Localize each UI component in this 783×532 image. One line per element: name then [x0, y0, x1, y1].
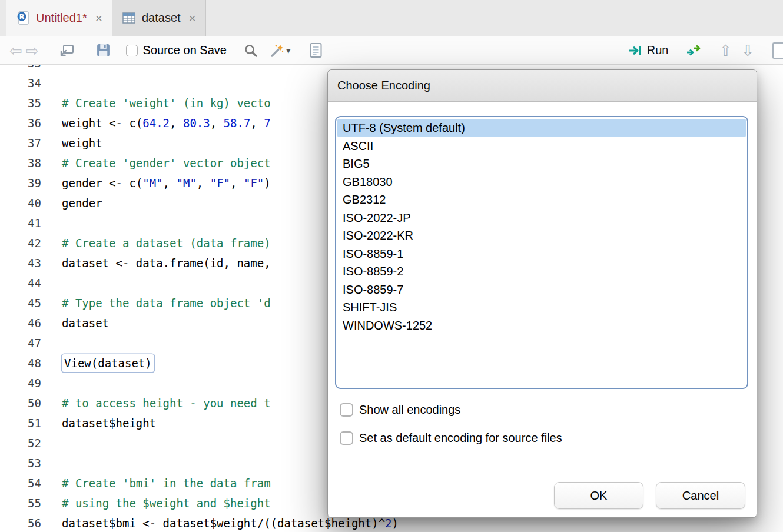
code-text	[41, 73, 62, 93]
encoding-option[interactable]: WINDOWS-1252	[337, 317, 746, 335]
line-number[interactable]: 42	[0, 233, 41, 253]
svg-text:R: R	[19, 13, 24, 21]
line-number[interactable]: 54	[0, 473, 41, 493]
code-text	[41, 333, 62, 353]
line-number[interactable]: 52	[0, 433, 41, 453]
encoding-option[interactable]: ASCII	[337, 137, 746, 155]
code-text	[41, 453, 62, 473]
line-number[interactable]: 44	[0, 273, 41, 293]
tab-label: dataset	[142, 11, 181, 25]
line-number[interactable]: 49	[0, 373, 41, 393]
line-number[interactable]: 33	[0, 65, 41, 73]
encoding-option[interactable]: ISO-8859-7	[337, 281, 746, 299]
line-number[interactable]: 55	[0, 493, 41, 513]
code-text	[41, 273, 62, 293]
code-text: # Create a dataset (data frame)	[41, 233, 271, 253]
dialog-button-row: OK Cancel	[554, 482, 745, 509]
line-number[interactable]: 34	[0, 73, 41, 93]
back-icon[interactable]: ⇦	[9, 43, 22, 58]
line-number[interactable]: 46	[0, 313, 41, 333]
encoding-option[interactable]: ISO-8859-2	[337, 262, 746, 281]
chevron-down-icon[interactable]: ▾	[286, 45, 291, 56]
encoding-list[interactable]: UTF-8 (System default)ASCIIBIG5GB18030GB…	[335, 116, 748, 389]
show-in-new-window-icon[interactable]	[59, 44, 75, 58]
cancel-button[interactable]: Cancel	[656, 482, 745, 509]
line-number[interactable]: 39	[0, 173, 41, 193]
code-text: weight	[41, 133, 102, 153]
line-number[interactable]: 53	[0, 453, 41, 473]
encoding-option[interactable]: BIG5	[337, 155, 746, 173]
set-default-encoding-row[interactable]: Set as default encoding for source files	[340, 431, 562, 445]
source-on-save-control[interactable]: Source on Save	[126, 44, 227, 57]
ok-button[interactable]: OK	[554, 482, 643, 509]
show-all-encodings-row[interactable]: Show all encodings	[340, 403, 460, 417]
line-number[interactable]: 47	[0, 333, 41, 353]
code-text: # Type the data frame object 'd	[41, 293, 271, 313]
line-number[interactable]: 40	[0, 193, 41, 213]
code-text: weight <- c(64.2, 80.3, 58.7, 7	[41, 113, 271, 133]
rerun-previous-icon[interactable]	[686, 44, 702, 57]
run-label: Run	[647, 44, 669, 57]
show-all-encodings-checkbox[interactable]	[340, 403, 353, 417]
code-text: View(dataset)	[41, 353, 154, 373]
clipped-source-icon[interactable]	[772, 42, 783, 59]
editor-tab-bar: R Untitled1* × dataset ×	[0, 0, 783, 36]
dialog-title: Choose Encoding	[328, 70, 757, 102]
run-icon	[628, 44, 642, 57]
data-table-icon	[122, 12, 136, 25]
code-text: # to access height - you need t	[41, 393, 271, 413]
search-icon[interactable]	[244, 44, 258, 58]
code-tools-wand-icon[interactable]	[270, 44, 284, 58]
code-text: gender	[41, 193, 102, 213]
editor-toolbar: ⇦ ⇨ Source on Save	[0, 36, 783, 65]
line-number[interactable]: 51	[0, 413, 41, 433]
code-text: # using the $weight and $height	[41, 493, 271, 513]
run-button[interactable]: Run	[628, 44, 669, 57]
encoding-option[interactable]: ISO-2022-JP	[337, 209, 746, 227]
encoding-option[interactable]: ISO-2022-KR	[337, 227, 746, 245]
line-number[interactable]: 36	[0, 113, 41, 133]
compile-report-icon[interactable]	[309, 42, 323, 58]
line-number[interactable]: 41	[0, 213, 41, 233]
tab-untitled1[interactable]: R Untitled1* ×	[6, 0, 112, 36]
encoding-option[interactable]: ISO-8859-1	[337, 245, 746, 263]
close-tab-icon[interactable]: ×	[189, 12, 196, 24]
code-text	[41, 433, 62, 453]
choose-encoding-dialog: Choose Encoding UTF-8 (System default)AS…	[327, 69, 757, 518]
line-number[interactable]: 37	[0, 133, 41, 153]
toolbar-divider	[235, 42, 235, 59]
encoding-option[interactable]: UTF-8 (System default)	[337, 119, 746, 137]
source-on-save-checkbox[interactable]	[126, 45, 138, 56]
line-number[interactable]: 48	[0, 353, 41, 373]
line-number[interactable]: 56	[0, 513, 41, 532]
close-tab-icon[interactable]: ×	[95, 12, 102, 24]
code-text	[41, 65, 62, 73]
code-text: # Create 'weight' (in kg) vecto	[41, 93, 271, 113]
set-default-encoding-label: Set as default encoding for source files	[359, 431, 562, 445]
line-number[interactable]: 45	[0, 293, 41, 313]
line-number[interactable]: 35	[0, 93, 41, 113]
r-file-icon: R	[16, 10, 30, 26]
line-number[interactable]: 43	[0, 253, 41, 273]
tab-dataset[interactable]: dataset ×	[112, 0, 206, 36]
line-number[interactable]: 38	[0, 153, 41, 173]
show-all-encodings-label: Show all encodings	[359, 403, 460, 417]
set-default-encoding-checkbox[interactable]	[340, 431, 353, 445]
encoding-option[interactable]: SHIFT-JIS	[337, 298, 746, 317]
code-text: dataset$height	[41, 413, 156, 433]
encoding-option[interactable]: GB2312	[337, 191, 746, 209]
save-icon[interactable]	[96, 43, 111, 58]
code-text: # Create 'gender' vector object	[41, 153, 271, 173]
code-text: dataset <- data.frame(id, name,	[41, 253, 271, 273]
source-up-icon[interactable]: ⇧	[719, 43, 732, 58]
forward-icon[interactable]: ⇨	[26, 43, 39, 58]
line-number[interactable]: 50	[0, 393, 41, 413]
code-text: gender <- c("M", "M", "F", "F")	[41, 173, 271, 193]
toolbar-divider	[764, 42, 764, 59]
code-text	[41, 213, 62, 233]
encoding-option[interactable]: GB18030	[337, 173, 746, 191]
tab-label: Untitled1*	[36, 11, 87, 25]
source-on-save-label: Source on Save	[143, 44, 227, 57]
source-down-icon[interactable]: ⇩	[741, 43, 754, 58]
code-text: # Create 'bmi' in the data fram	[41, 473, 271, 493]
